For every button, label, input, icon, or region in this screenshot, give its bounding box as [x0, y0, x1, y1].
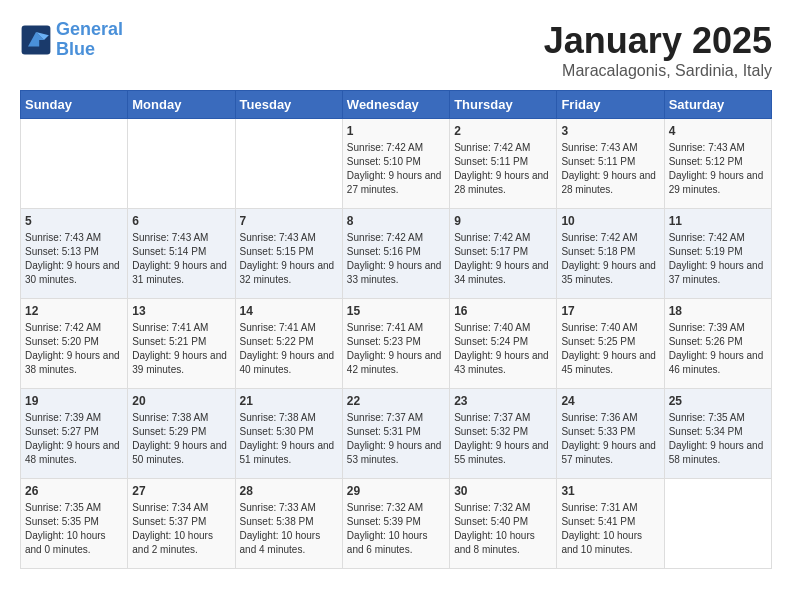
day-number: 30: [454, 484, 552, 498]
calendar-cell: 22Sunrise: 7:37 AM Sunset: 5:31 PM Dayli…: [342, 389, 449, 479]
day-number: 29: [347, 484, 445, 498]
cell-content: Sunrise: 7:35 AM Sunset: 5:34 PM Dayligh…: [669, 411, 767, 467]
calendar-cell: 14Sunrise: 7:41 AM Sunset: 5:22 PM Dayli…: [235, 299, 342, 389]
day-number: 21: [240, 394, 338, 408]
cell-content: Sunrise: 7:38 AM Sunset: 5:29 PM Dayligh…: [132, 411, 230, 467]
calendar-cell: 29Sunrise: 7:32 AM Sunset: 5:39 PM Dayli…: [342, 479, 449, 569]
cell-content: Sunrise: 7:42 AM Sunset: 5:19 PM Dayligh…: [669, 231, 767, 287]
calendar-cell: [235, 119, 342, 209]
cell-content: Sunrise: 7:31 AM Sunset: 5:41 PM Dayligh…: [561, 501, 659, 557]
cell-content: Sunrise: 7:43 AM Sunset: 5:15 PM Dayligh…: [240, 231, 338, 287]
location-title: Maracalagonis, Sardinia, Italy: [544, 62, 772, 80]
day-number: 2: [454, 124, 552, 138]
header-sunday: Sunday: [21, 91, 128, 119]
calendar-cell: 11Sunrise: 7:42 AM Sunset: 5:19 PM Dayli…: [664, 209, 771, 299]
cell-content: Sunrise: 7:36 AM Sunset: 5:33 PM Dayligh…: [561, 411, 659, 467]
day-number: 17: [561, 304, 659, 318]
day-number: 3: [561, 124, 659, 138]
day-number: 26: [25, 484, 123, 498]
cell-content: Sunrise: 7:41 AM Sunset: 5:23 PM Dayligh…: [347, 321, 445, 377]
calendar-cell: [664, 479, 771, 569]
calendar-cell: 9Sunrise: 7:42 AM Sunset: 5:17 PM Daylig…: [450, 209, 557, 299]
calendar-cell: 18Sunrise: 7:39 AM Sunset: 5:26 PM Dayli…: [664, 299, 771, 389]
calendar-cell: 13Sunrise: 7:41 AM Sunset: 5:21 PM Dayli…: [128, 299, 235, 389]
day-number: 24: [561, 394, 659, 408]
day-number: 5: [25, 214, 123, 228]
page-header: General Blue January 2025 Maracalagonis,…: [20, 20, 772, 80]
cell-content: Sunrise: 7:42 AM Sunset: 5:16 PM Dayligh…: [347, 231, 445, 287]
cell-content: Sunrise: 7:41 AM Sunset: 5:22 PM Dayligh…: [240, 321, 338, 377]
calendar-cell: 8Sunrise: 7:42 AM Sunset: 5:16 PM Daylig…: [342, 209, 449, 299]
header-monday: Monday: [128, 91, 235, 119]
cell-content: Sunrise: 7:43 AM Sunset: 5:13 PM Dayligh…: [25, 231, 123, 287]
day-number: 28: [240, 484, 338, 498]
calendar-cell: 19Sunrise: 7:39 AM Sunset: 5:27 PM Dayli…: [21, 389, 128, 479]
calendar-cell: [21, 119, 128, 209]
day-number: 25: [669, 394, 767, 408]
day-number: 12: [25, 304, 123, 318]
calendar-cell: 27Sunrise: 7:34 AM Sunset: 5:37 PM Dayli…: [128, 479, 235, 569]
day-number: 23: [454, 394, 552, 408]
calendar-table: SundayMondayTuesdayWednesdayThursdayFrid…: [20, 90, 772, 569]
calendar-cell: 5Sunrise: 7:43 AM Sunset: 5:13 PM Daylig…: [21, 209, 128, 299]
cell-content: Sunrise: 7:39 AM Sunset: 5:27 PM Dayligh…: [25, 411, 123, 467]
calendar-cell: 1Sunrise: 7:42 AM Sunset: 5:10 PM Daylig…: [342, 119, 449, 209]
cell-content: Sunrise: 7:37 AM Sunset: 5:31 PM Dayligh…: [347, 411, 445, 467]
calendar-cell: 31Sunrise: 7:31 AM Sunset: 5:41 PM Dayli…: [557, 479, 664, 569]
cell-content: Sunrise: 7:40 AM Sunset: 5:25 PM Dayligh…: [561, 321, 659, 377]
cell-content: Sunrise: 7:43 AM Sunset: 5:14 PM Dayligh…: [132, 231, 230, 287]
header-saturday: Saturday: [664, 91, 771, 119]
calendar-week-3: 12Sunrise: 7:42 AM Sunset: 5:20 PM Dayli…: [21, 299, 772, 389]
calendar-week-1: 1Sunrise: 7:42 AM Sunset: 5:10 PM Daylig…: [21, 119, 772, 209]
day-number: 31: [561, 484, 659, 498]
cell-content: Sunrise: 7:42 AM Sunset: 5:11 PM Dayligh…: [454, 141, 552, 197]
logo-icon: [20, 24, 52, 56]
day-number: 14: [240, 304, 338, 318]
calendar-week-4: 19Sunrise: 7:39 AM Sunset: 5:27 PM Dayli…: [21, 389, 772, 479]
header-thursday: Thursday: [450, 91, 557, 119]
logo-text: General Blue: [56, 20, 123, 60]
cell-content: Sunrise: 7:42 AM Sunset: 5:18 PM Dayligh…: [561, 231, 659, 287]
cell-content: Sunrise: 7:42 AM Sunset: 5:20 PM Dayligh…: [25, 321, 123, 377]
calendar-week-5: 26Sunrise: 7:35 AM Sunset: 5:35 PM Dayli…: [21, 479, 772, 569]
day-number: 27: [132, 484, 230, 498]
calendar-cell: 10Sunrise: 7:42 AM Sunset: 5:18 PM Dayli…: [557, 209, 664, 299]
logo: General Blue: [20, 20, 123, 60]
cell-content: Sunrise: 7:32 AM Sunset: 5:40 PM Dayligh…: [454, 501, 552, 557]
cell-content: Sunrise: 7:37 AM Sunset: 5:32 PM Dayligh…: [454, 411, 552, 467]
calendar-cell: 2Sunrise: 7:42 AM Sunset: 5:11 PM Daylig…: [450, 119, 557, 209]
calendar-cell: 12Sunrise: 7:42 AM Sunset: 5:20 PM Dayli…: [21, 299, 128, 389]
cell-content: Sunrise: 7:40 AM Sunset: 5:24 PM Dayligh…: [454, 321, 552, 377]
cell-content: Sunrise: 7:43 AM Sunset: 5:12 PM Dayligh…: [669, 141, 767, 197]
header-tuesday: Tuesday: [235, 91, 342, 119]
logo-blue: Blue: [56, 39, 95, 59]
calendar-cell: 15Sunrise: 7:41 AM Sunset: 5:23 PM Dayli…: [342, 299, 449, 389]
calendar-cell: 7Sunrise: 7:43 AM Sunset: 5:15 PM Daylig…: [235, 209, 342, 299]
calendar-cell: 30Sunrise: 7:32 AM Sunset: 5:40 PM Dayli…: [450, 479, 557, 569]
day-number: 8: [347, 214, 445, 228]
calendar-cell: 21Sunrise: 7:38 AM Sunset: 5:30 PM Dayli…: [235, 389, 342, 479]
calendar-week-2: 5Sunrise: 7:43 AM Sunset: 5:13 PM Daylig…: [21, 209, 772, 299]
day-number: 22: [347, 394, 445, 408]
day-number: 9: [454, 214, 552, 228]
title-block: January 2025 Maracalagonis, Sardinia, It…: [544, 20, 772, 80]
cell-content: Sunrise: 7:35 AM Sunset: 5:35 PM Dayligh…: [25, 501, 123, 557]
cell-content: Sunrise: 7:32 AM Sunset: 5:39 PM Dayligh…: [347, 501, 445, 557]
calendar-header-row: SundayMondayTuesdayWednesdayThursdayFrid…: [21, 91, 772, 119]
cell-content: Sunrise: 7:42 AM Sunset: 5:10 PM Dayligh…: [347, 141, 445, 197]
cell-content: Sunrise: 7:38 AM Sunset: 5:30 PM Dayligh…: [240, 411, 338, 467]
cell-content: Sunrise: 7:34 AM Sunset: 5:37 PM Dayligh…: [132, 501, 230, 557]
month-title: January 2025: [544, 20, 772, 62]
cell-content: Sunrise: 7:41 AM Sunset: 5:21 PM Dayligh…: [132, 321, 230, 377]
day-number: 6: [132, 214, 230, 228]
calendar-cell: 6Sunrise: 7:43 AM Sunset: 5:14 PM Daylig…: [128, 209, 235, 299]
calendar-cell: [128, 119, 235, 209]
day-number: 16: [454, 304, 552, 318]
day-number: 13: [132, 304, 230, 318]
calendar-cell: 28Sunrise: 7:33 AM Sunset: 5:38 PM Dayli…: [235, 479, 342, 569]
header-friday: Friday: [557, 91, 664, 119]
day-number: 4: [669, 124, 767, 138]
calendar-cell: 24Sunrise: 7:36 AM Sunset: 5:33 PM Dayli…: [557, 389, 664, 479]
day-number: 20: [132, 394, 230, 408]
day-number: 11: [669, 214, 767, 228]
